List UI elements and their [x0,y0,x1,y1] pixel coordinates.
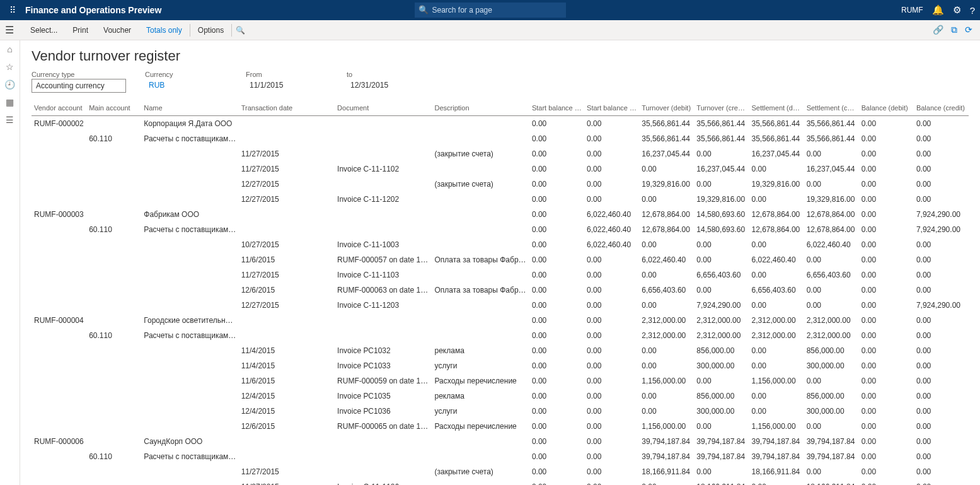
user-label[interactable]: RUMF [901,6,923,15]
ribbon-totals-only[interactable]: Totals only [139,26,190,35]
action-ribbon: ☰ Select... Print Voucher Totals only Op… [0,20,980,40]
global-search-wrap: 🔍 [415,3,566,18]
ribbon-options[interactable]: Options [190,26,231,35]
popout-icon[interactable]: ⧉ [951,25,957,35]
ribbon-print[interactable]: Print [65,26,96,35]
app-launcher-icon[interactable]: ⠿ [5,5,20,15]
gear-icon[interactable]: ⚙ [953,4,961,16]
ribbon-separator [231,24,232,37]
ribbon-select[interactable]: Select... [23,26,65,35]
ribbon-right-icons: 🔗 ⧉ ⟳ [933,25,980,35]
bell-icon[interactable]: 🔔 [932,4,944,16]
app-title: Finance and Operations Preview [25,5,161,15]
app-header: ⠿ Finance and Operations Preview 🔍 RUMF … [0,0,980,20]
ribbon-search-icon[interactable]: 🔍 [236,26,245,35]
global-search-input[interactable] [415,3,566,18]
help-icon[interactable]: ? [970,5,975,16]
refresh-icon[interactable]: ⟳ [965,25,972,35]
search-icon: 🔍 [418,5,429,15]
header-right: RUMF 🔔 ⚙ ? [901,4,975,16]
link-icon[interactable]: 🔗 [933,25,943,35]
ribbon-voucher[interactable]: Voucher [96,26,139,35]
hamburger-icon[interactable]: ☰ [5,24,14,36]
